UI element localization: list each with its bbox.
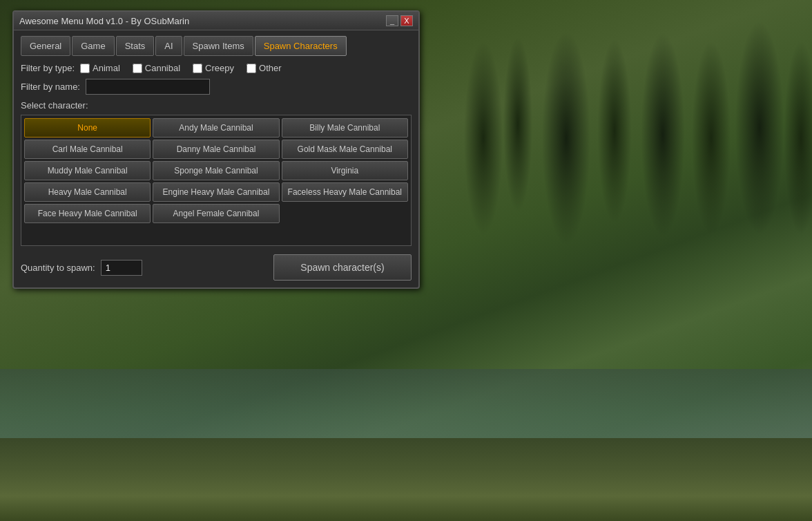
title-bar: Awesome Menu Mod v1.0 - By OSubMarin _ X <box>14 12 418 30</box>
char-btn-sponge[interactable]: Sponge Male Cannibal <box>153 161 279 180</box>
window-content: General Game Stats AI Spawn Items Spawn … <box>14 30 418 287</box>
char-btn-carl[interactable]: Carl Male Cannibal <box>24 140 151 159</box>
tab-bar: General Game Stats AI Spawn Items Spawn … <box>21 36 412 56</box>
filter-name-label: Filter by name: <box>21 82 80 92</box>
filter-animal[interactable]: Animal <box>80 63 120 73</box>
character-grid-container[interactable]: None Andy Male Cannibal Billy Male Canni… <box>21 115 412 246</box>
char-btn-billy[interactable]: Billy Male Cannibal <box>282 118 408 138</box>
character-grid: None Andy Male Cannibal Billy Male Canni… <box>24 118 408 223</box>
filter-cannibal-checkbox[interactable] <box>133 64 142 73</box>
mod-window: Awesome Menu Mod v1.0 - By OSubMarin _ X… <box>12 10 420 289</box>
quantity-row: Quantity to spawn: <box>21 260 142 276</box>
close-button[interactable]: X <box>400 15 413 26</box>
char-btn-none[interactable]: None <box>24 118 151 138</box>
tab-ai[interactable]: AI <box>155 36 182 56</box>
filter-animal-label: Animal <box>93 63 120 73</box>
tab-spawn-characters[interactable]: Spawn Characters <box>255 36 347 56</box>
tab-game[interactable]: Game <box>72 36 114 56</box>
filter-other[interactable]: Other <box>246 63 282 73</box>
filter-name-row: Filter by name: <box>21 79 412 95</box>
char-btn-gold-mask[interactable]: Gold Mask Male Cannibal <box>282 140 408 159</box>
char-btn-engine-heavy[interactable]: Engine Heavy Male Cannibal <box>153 182 279 202</box>
title-buttons: _ X <box>386 15 413 26</box>
tab-spawn-items[interactable]: Spawn Items <box>184 36 253 56</box>
char-btn-heavy[interactable]: Heavy Male Cannibal <box>24 182 151 202</box>
spawn-button[interactable]: Spawn character(s) <box>273 254 412 281</box>
filter-creepy[interactable]: Creepy <box>193 63 234 73</box>
filter-other-label: Other <box>259 63 282 73</box>
filter-other-checkbox[interactable] <box>246 64 256 73</box>
filter-creepy-checkbox[interactable] <box>193 64 202 73</box>
char-btn-virginia[interactable]: Virginia <box>282 161 408 180</box>
char-btn-danny[interactable]: Danny Male Cannibal <box>153 140 279 159</box>
background-ground <box>0 438 812 521</box>
select-char-label: Select character: <box>21 100 412 111</box>
filter-creepy-label: Creepy <box>205 63 234 73</box>
minimize-button[interactable]: _ <box>386 15 398 26</box>
quantity-input[interactable] <box>101 260 142 276</box>
filter-type-label: Filter by type: <box>21 63 75 73</box>
char-btn-faceless-heavy[interactable]: Faceless Heavy Male Cannibal <box>282 182 408 202</box>
window-title: Awesome Menu Mod v1.0 - By OSubMarin <box>19 16 189 26</box>
quantity-label: Quantity to spawn: <box>21 263 95 273</box>
filter-cannibal[interactable]: Cannibal <box>133 63 180 73</box>
filter-cannibal-label: Cannibal <box>145 63 180 73</box>
char-btn-muddy[interactable]: Muddy Male Cannibal <box>24 161 151 180</box>
filter-name-input[interactable] <box>86 79 210 95</box>
filter-checkboxes: Animal Cannibal Creepy Other <box>80 63 282 73</box>
char-btn-face-heavy[interactable]: Face Heavy Male Cannibal <box>24 204 151 223</box>
tab-general[interactable]: General <box>21 36 70 56</box>
tab-stats[interactable]: Stats <box>116 36 155 56</box>
bottom-row: Quantity to spawn: Spawn character(s) <box>21 253 412 282</box>
filter-type-row: Filter by type: Animal Cannibal Creepy O… <box>21 63 412 73</box>
char-btn-angel-female[interactable]: Angel Female Cannibal <box>153 204 279 223</box>
filter-animal-checkbox[interactable] <box>80 64 90 73</box>
char-btn-andy[interactable]: Andy Male Cannibal <box>153 118 279 138</box>
